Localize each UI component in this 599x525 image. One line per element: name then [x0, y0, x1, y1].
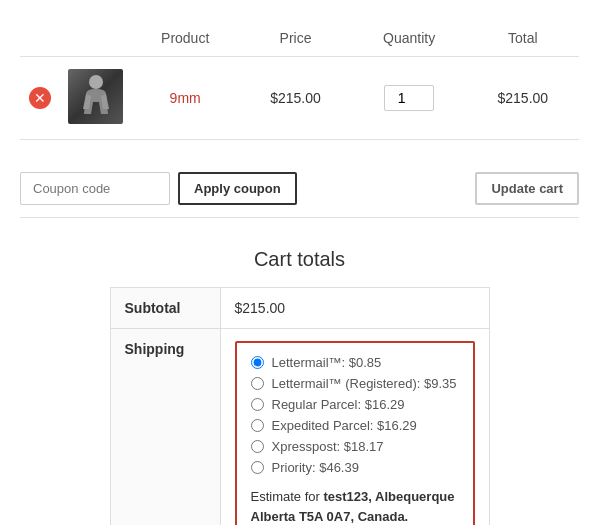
- shipping-radio-4[interactable]: [251, 419, 264, 432]
- shipping-box: Lettermail™: $0.85 Lettermail™ (Register…: [235, 341, 475, 525]
- shipping-option-label-3: Regular Parcel: $16.29: [272, 397, 405, 412]
- shipping-estimate: Estimate for test123, Albequerque Albert…: [251, 487, 459, 525]
- product-thumbnail: [68, 69, 123, 124]
- shipping-option-label-6: Priority: $46.39: [272, 460, 359, 475]
- shipping-label: Shipping: [110, 329, 220, 526]
- shipping-radio-5[interactable]: [251, 440, 264, 453]
- product-image-icon: [81, 74, 111, 119]
- col-header-total: Total: [467, 20, 579, 57]
- col-header-image: [60, 20, 131, 57]
- coupon-input[interactable]: [20, 172, 170, 205]
- col-header-price: Price: [239, 20, 351, 57]
- shipping-radio-3[interactable]: [251, 398, 264, 411]
- shipping-options-cell: Lettermail™: $0.85 Lettermail™ (Register…: [220, 329, 489, 526]
- shipping-option-4: Expedited Parcel: $16.29: [251, 418, 459, 433]
- shipping-row: Shipping Lettermail™: $0.85 Lettermail™ …: [110, 329, 489, 526]
- shipping-radio-6[interactable]: [251, 461, 264, 474]
- coupon-left: Apply coupon: [20, 172, 297, 205]
- product-total: $215.00: [498, 90, 549, 106]
- shipping-option-label-2: Lettermail™ (Registered): $9.35: [272, 376, 457, 391]
- svg-point-0: [89, 75, 103, 89]
- apply-coupon-button[interactable]: Apply coupon: [178, 172, 297, 205]
- col-header-product: Product: [131, 20, 239, 57]
- col-header-quantity: Quantity: [352, 20, 467, 57]
- shipping-radio-1[interactable]: [251, 356, 264, 369]
- shipping-option-3: Regular Parcel: $16.29: [251, 397, 459, 412]
- shipping-option-5: Xpresspost: $18.17: [251, 439, 459, 454]
- shipping-option-label-4: Expedited Parcel: $16.29: [272, 418, 417, 433]
- table-row: ✕ 9mm: [20, 57, 579, 140]
- update-cart-button[interactable]: Update cart: [475, 172, 579, 205]
- shipping-option-label-5: Xpresspost: $18.17: [272, 439, 384, 454]
- shipping-option-6: Priority: $46.39: [251, 460, 459, 475]
- subtotal-value: $215.00: [220, 288, 489, 329]
- remove-item-button[interactable]: ✕: [29, 87, 51, 109]
- totals-table: Subtotal $215.00 Shipping Lettermail™: $…: [110, 287, 490, 525]
- cart-table: Product Price Quantity Total ✕: [20, 20, 579, 140]
- quantity-input[interactable]: [384, 85, 434, 111]
- estimate-prefix: Estimate for: [251, 489, 320, 504]
- col-header-remove: [20, 20, 60, 57]
- subtotal-label: Subtotal: [110, 288, 220, 329]
- subtotal-row: Subtotal $215.00: [110, 288, 489, 329]
- product-price: $215.00: [270, 90, 321, 106]
- shipping-radio-2[interactable]: [251, 377, 264, 390]
- shipping-option-label-1: Lettermail™: $0.85: [272, 355, 382, 370]
- product-name-link[interactable]: 9mm: [170, 90, 201, 106]
- shipping-option-1: Lettermail™: $0.85: [251, 355, 459, 370]
- shipping-option-2: Lettermail™ (Registered): $9.35: [251, 376, 459, 391]
- cart-totals-title: Cart totals: [110, 248, 490, 271]
- cart-totals-section: Cart totals Subtotal $215.00 Shipping Le…: [110, 248, 490, 525]
- coupon-row: Apply coupon Update cart: [20, 160, 579, 218]
